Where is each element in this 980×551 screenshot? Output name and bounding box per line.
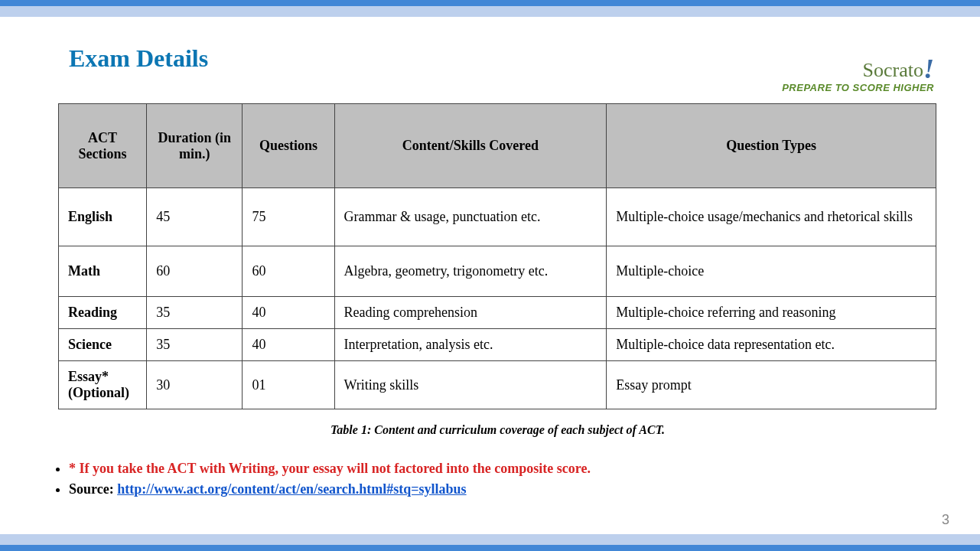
cell-types: Multiple-choice referring and reasoning [607,297,936,329]
header-types: Question Types [607,104,936,188]
logo-tagline: PREPARE TO SCORE HIGHER [782,82,934,93]
source-link[interactable]: http://www.act.org/content/act/en/search… [117,481,466,497]
source-label: Source: [69,481,117,497]
cell-content: Interpretation, analysis etc. [334,329,607,361]
table-row: Reading 35 40 Reading comprehension Mult… [59,297,936,329]
logo-text: Socrato [863,59,923,81]
cell-duration: 30 [147,361,243,409]
logo-exclaim-icon: ! [923,54,934,84]
page-number: 3 [942,512,949,528]
header-content: Content/Skills Covered [334,104,607,188]
cell-types: Multiple-choice data representation etc. [607,329,936,361]
brand-logo: Socrato! PREPARE TO SCORE HIGHER [782,51,934,93]
cell-section: Essay* (Optional) [59,361,147,409]
cell-content: Writing skills [334,361,607,409]
note-item: * If you take the ACT with Writing, your… [69,458,926,479]
bottom-border-dark [0,545,980,551]
notes-list: * If you take the ACT with Writing, your… [54,458,926,500]
header-sections: ACT Sections [59,104,147,188]
cell-content: Grammar & usage, punctuation etc. [334,188,607,246]
top-border-light [0,6,980,17]
cell-section: Math [59,246,147,297]
cell-content: Reading comprehension [334,297,607,329]
cell-questions: 60 [243,246,334,297]
cell-duration: 35 [147,329,243,361]
cell-questions: 75 [243,188,334,246]
top-border-dark [0,0,980,6]
cell-content: Algebra, geometry, trigonometry etc. [334,246,607,297]
table-row: Math 60 60 Algebra, geometry, trigonomet… [59,246,936,297]
cell-section: Reading [59,297,147,329]
bottom-border-light [0,534,980,545]
cell-types: Multiple-choice [607,246,936,297]
cell-types: Essay prompt [607,361,936,409]
cell-questions: 01 [243,361,334,409]
table-row: Essay* (Optional) 30 01 Writing skills E… [59,361,936,409]
note-text: * If you take the ACT with Writing, your… [69,461,591,476]
table-header-row: ACT Sections Duration (in min.) Question… [59,104,936,188]
cell-duration: 45 [147,188,243,246]
source-item: Source: http://www.act.org/content/act/e… [69,479,926,500]
cell-duration: 60 [147,246,243,297]
header-duration: Duration (in min.) [147,104,243,188]
cell-questions: 40 [243,329,334,361]
cell-section: Science [59,329,147,361]
cell-questions: 40 [243,297,334,329]
cell-duration: 35 [147,297,243,329]
act-sections-table: ACT Sections Duration (in min.) Question… [58,103,936,409]
cell-section: English [59,188,147,246]
table-caption: Table 1: Content and curriculum coverage… [69,423,926,437]
header-questions: Questions [243,104,334,188]
table-row: Science 35 40 Interpretation, analysis e… [59,329,936,361]
table-row: English 45 75 Grammar & usage, punctuati… [59,188,936,246]
cell-types: Multiple-choice usage/mechanics and rhet… [607,188,936,246]
slide-content: Exam Details Socrato! PREPARE TO SCORE H… [0,17,980,500]
